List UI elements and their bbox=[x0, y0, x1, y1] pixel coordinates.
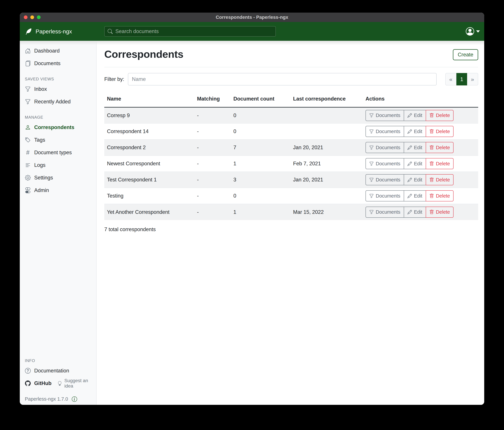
edit-button[interactable]: Edit bbox=[404, 126, 426, 137]
column-header-last-correspondence: Last correspondence bbox=[290, 91, 363, 107]
delete-button[interactable]: Delete bbox=[426, 174, 454, 185]
correspondent-name: Corresp 9 bbox=[104, 107, 194, 123]
delete-button[interactable]: Delete bbox=[426, 207, 454, 218]
documents-button-label: Documents bbox=[376, 177, 400, 183]
documents-button[interactable]: Documents bbox=[366, 174, 404, 185]
documents-button[interactable]: Documents bbox=[366, 142, 404, 153]
sidebar-item-correspondents[interactable]: Correspondents bbox=[20, 121, 96, 134]
delete-button[interactable]: Delete bbox=[426, 158, 454, 169]
correspondent-name: Correspondent 2 bbox=[104, 140, 194, 156]
pencil-icon bbox=[407, 194, 412, 198]
funnel-icon bbox=[369, 194, 374, 198]
trash-icon bbox=[429, 178, 434, 182]
sidebar-item-label: Recently Added bbox=[34, 99, 71, 105]
table-row: Correspondent 2 - 7 Jan 20, 2021 Documen… bbox=[104, 140, 478, 156]
saved-views-header: SAVED VIEWS bbox=[20, 77, 96, 81]
header-divider bbox=[104, 67, 478, 67]
hash-icon: # bbox=[25, 150, 31, 156]
sidebar-item-document-types[interactable]: # Document types bbox=[20, 146, 96, 159]
create-button[interactable]: Create bbox=[453, 49, 478, 60]
leaf-logo-icon bbox=[25, 28, 33, 35]
correspondent-document-count: 0 bbox=[231, 107, 290, 123]
funnel-icon bbox=[369, 161, 374, 166]
table-row: Newest Correspondent - 1 Feb 7, 2021 Doc… bbox=[104, 156, 478, 172]
correspondent-document-count: 0 bbox=[231, 188, 290, 204]
app-window: Correspondents - Paperless-ngx Paperless… bbox=[20, 13, 484, 405]
documents-button[interactable]: Documents bbox=[366, 126, 404, 137]
sidebar-item-label: Inbox bbox=[34, 86, 47, 92]
correspondent-last-correspondence bbox=[290, 188, 363, 204]
person-icon bbox=[25, 124, 31, 131]
delete-button[interactable]: Delete bbox=[426, 126, 454, 137]
documents-button[interactable]: Documents bbox=[366, 158, 404, 169]
edit-button[interactable]: Edit bbox=[404, 190, 426, 201]
sidebar-item-settings[interactable]: Settings bbox=[20, 171, 96, 184]
page-title: Correspondents bbox=[104, 48, 183, 60]
table-row: Test Correspondent 1 - 3 Jan 20, 2021 Do… bbox=[104, 172, 478, 188]
sidebar-item-dashboard[interactable]: Dashboard bbox=[20, 45, 96, 57]
correspondent-matching: - bbox=[194, 156, 231, 172]
question-circle-icon bbox=[25, 368, 31, 374]
table-header-row: Name Matching Document count Last corres… bbox=[104, 91, 478, 107]
trash-icon bbox=[429, 161, 434, 166]
toggles-icon bbox=[25, 187, 31, 193]
column-header-actions: Actions bbox=[363, 91, 478, 107]
pagination-next-button[interactable]: » bbox=[467, 73, 478, 85]
delete-button-label: Delete bbox=[436, 193, 450, 199]
edit-button-label: Edit bbox=[414, 209, 422, 215]
pencil-icon bbox=[407, 145, 412, 150]
funnel-icon bbox=[369, 113, 374, 118]
documents-button-label: Documents bbox=[376, 145, 400, 150]
search-input[interactable] bbox=[115, 28, 272, 34]
edit-button-label: Edit bbox=[414, 113, 422, 118]
funnel-icon bbox=[369, 145, 374, 150]
filter-name-input[interactable] bbox=[128, 73, 437, 85]
sidebar-item-tags[interactable]: Tags bbox=[20, 134, 96, 146]
delete-button[interactable]: Delete bbox=[426, 190, 454, 201]
user-avatar-icon bbox=[466, 27, 474, 36]
info-circle-icon[interactable] bbox=[72, 396, 77, 402]
search-box[interactable] bbox=[104, 26, 276, 37]
chevron-down-icon bbox=[476, 30, 480, 33]
sidebar-item-documents[interactable]: Documents bbox=[20, 57, 96, 70]
sidebar-footer: INFO Documentation GitHub Suggest an ide… bbox=[20, 351, 96, 405]
sidebar-item-github[interactable]: GitHub bbox=[20, 377, 52, 390]
sidebar-item-inbox[interactable]: Inbox bbox=[20, 83, 96, 95]
correspondent-last-correspondence: Mar 15, 2022 bbox=[290, 204, 363, 220]
edit-button-label: Edit bbox=[414, 145, 422, 150]
delete-button[interactable]: Delete bbox=[426, 110, 454, 121]
sidebar-item-recently-added[interactable]: Recently Added bbox=[20, 95, 96, 108]
files-icon bbox=[25, 60, 31, 66]
sidebar-item-logs[interactable]: Logs bbox=[20, 159, 96, 171]
delete-button[interactable]: Delete bbox=[426, 142, 454, 153]
sidebar-item-label: GitHub bbox=[34, 380, 52, 386]
documents-button[interactable]: Documents bbox=[366, 190, 404, 201]
suggest-an-idea-link[interactable]: Suggest an idea bbox=[57, 378, 96, 389]
documents-button-label: Documents bbox=[376, 161, 400, 167]
correspondent-name: Test Correspondent 1 bbox=[104, 172, 194, 188]
trash-icon bbox=[429, 210, 434, 214]
edit-button[interactable]: Edit bbox=[404, 158, 426, 169]
sidebar-item-label: Documentation bbox=[34, 368, 69, 374]
pagination-page-1[interactable]: 1 bbox=[456, 73, 467, 85]
brand[interactable]: Paperless-ngx bbox=[20, 28, 97, 35]
correspondent-last-correspondence bbox=[290, 107, 363, 123]
correspondent-matching: - bbox=[194, 188, 231, 204]
pagination-prev-button[interactable]: « bbox=[445, 73, 456, 85]
sidebar-item-label: Settings bbox=[34, 175, 53, 181]
sidebar-item-admin[interactable]: Admin bbox=[20, 184, 96, 196]
edit-button[interactable]: Edit bbox=[404, 142, 426, 153]
documents-button[interactable]: Documents bbox=[366, 207, 404, 218]
sidebar-item-documentation[interactable]: Documentation bbox=[20, 364, 96, 377]
edit-button[interactable]: Edit bbox=[404, 207, 426, 218]
edit-button[interactable]: Edit bbox=[404, 174, 426, 185]
pencil-icon bbox=[407, 113, 412, 118]
home-icon bbox=[25, 48, 31, 54]
correspondent-name: Yet Another Correspondent bbox=[104, 204, 194, 220]
user-menu[interactable] bbox=[466, 27, 480, 36]
documents-button[interactable]: Documents bbox=[366, 110, 404, 121]
edit-button[interactable]: Edit bbox=[404, 110, 426, 121]
pencil-icon bbox=[407, 129, 412, 134]
info-header: INFO bbox=[20, 358, 96, 363]
edit-button-label: Edit bbox=[414, 193, 422, 199]
